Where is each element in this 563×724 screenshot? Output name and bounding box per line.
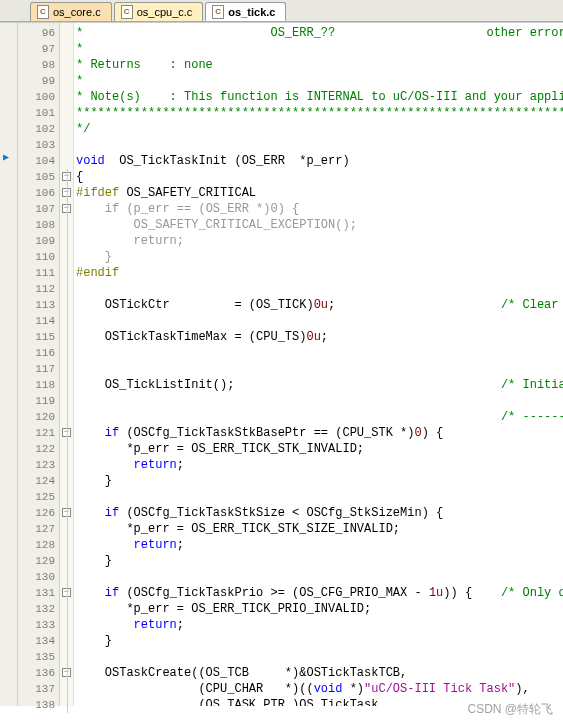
fold-empty	[60, 25, 73, 41]
fold-guide	[60, 377, 73, 393]
code-line[interactable]: * Note(s) : This function is INTERNAL to…	[76, 89, 563, 105]
code-line[interactable]	[76, 345, 563, 361]
code-line[interactable]: * Returns : none	[76, 57, 563, 73]
code-line[interactable]: OSTaskCreate((OS_TCB *)&OSTickTaskTCB,	[76, 665, 563, 681]
code-line[interactable]: if (OSCfg_TickTaskPrio >= (OS_CFG_PRIO_M…	[76, 585, 563, 601]
tab-os_core-c[interactable]: os_core.c	[30, 2, 112, 21]
code-line[interactable]: }	[76, 473, 563, 489]
line-number: 125	[18, 489, 55, 505]
code-line[interactable]: */	[76, 121, 563, 137]
code-line[interactable]: return;	[76, 537, 563, 553]
fold-guide	[60, 457, 73, 473]
code-line[interactable]	[76, 313, 563, 329]
line-number: 124	[18, 473, 55, 489]
line-number: 108	[18, 217, 55, 233]
code-line[interactable]: if (p_err == (OS_ERR *)0) {	[76, 201, 563, 217]
fold-toggle-icon[interactable]: −	[60, 585, 73, 601]
code-line[interactable]: void OS_TickTaskInit (OS_ERR *p_err)	[76, 153, 563, 169]
code-line[interactable]	[76, 361, 563, 377]
code-line[interactable]: }	[76, 249, 563, 265]
fold-empty	[60, 57, 73, 73]
fold-guide	[60, 265, 73, 281]
line-number: 132	[18, 601, 55, 617]
code-line[interactable]: OS_SAFETY_CRITICAL_EXCEPTION();	[76, 217, 563, 233]
code-line[interactable]: return;	[76, 617, 563, 633]
line-number: 129	[18, 553, 55, 569]
fold-empty	[60, 137, 73, 153]
code-line[interactable]: * OS_ERR_?? other error code	[76, 25, 563, 41]
code-line[interactable]: if (OSCfg_TickTaskStkSize < OSCfg_StkSiz…	[76, 505, 563, 521]
tab-os_tick-c[interactable]: os_tick.c	[205, 2, 286, 21]
breakpoint-marker-icon[interactable]: ▶	[3, 151, 20, 163]
line-number: 99	[18, 73, 55, 89]
code-line[interactable]: OSTickCtr = (OS_TICK)0u; /* Clear t	[76, 297, 563, 313]
fold-guide	[60, 697, 73, 713]
line-number: 121	[18, 425, 55, 441]
code-line[interactable]	[76, 137, 563, 153]
fold-guide	[60, 633, 73, 649]
fold-guide	[60, 521, 73, 537]
code-line[interactable]	[76, 281, 563, 297]
code-line[interactable]: *p_err = OS_ERR_TICK_STK_SIZE_INVALID;	[76, 521, 563, 537]
code-line[interactable]	[76, 649, 563, 665]
line-number: 110	[18, 249, 55, 265]
code-editor[interactable]: ▶ 96979899100101102103104105106107108109…	[0, 22, 563, 706]
code-line[interactable]: OSTickTaskTimeMax = (CPU_TS)0u;	[76, 329, 563, 345]
code-line[interactable]: /* -------	[76, 409, 563, 425]
line-number: 117	[18, 361, 55, 377]
code-line[interactable]: #endif	[76, 265, 563, 281]
code-line[interactable]: ****************************************…	[76, 105, 563, 121]
code-line[interactable]: *p_err = OS_ERR_TICK_STK_INVALID;	[76, 441, 563, 457]
line-number: 96	[18, 25, 55, 41]
fold-toggle-icon[interactable]: −	[60, 505, 73, 521]
line-number: 102	[18, 121, 55, 137]
fold-guide	[60, 393, 73, 409]
line-number: 135	[18, 649, 55, 665]
line-number: 127	[18, 521, 55, 537]
fold-toggle-icon[interactable]: −	[60, 425, 73, 441]
line-number: 97	[18, 41, 55, 57]
file-c-icon	[121, 5, 133, 19]
fold-empty	[60, 121, 73, 137]
fold-toggle-icon[interactable]: −	[60, 665, 73, 681]
line-number: 105	[18, 169, 55, 185]
breakpoint-margin[interactable]: ▶	[0, 23, 18, 706]
fold-guide	[60, 553, 73, 569]
code-line[interactable]: *	[76, 41, 563, 57]
code-line[interactable]: *p_err = OS_ERR_TICK_PRIO_INVALID;	[76, 601, 563, 617]
line-number-gutter: 9697989910010110210310410510610710810911…	[18, 23, 60, 706]
fold-toggle-icon[interactable]: −	[60, 185, 73, 201]
line-number: 115	[18, 329, 55, 345]
code-line[interactable]	[76, 393, 563, 409]
line-number: 107	[18, 201, 55, 217]
code-line[interactable]: {	[76, 169, 563, 185]
line-number: 116	[18, 345, 55, 361]
code-line[interactable]: #ifdef OS_SAFETY_CRITICAL	[76, 185, 563, 201]
tab-label: os_tick.c	[228, 6, 275, 18]
line-number: 130	[18, 569, 55, 585]
tab-bar: os_core.cos_cpu_c.cos_tick.c	[0, 0, 563, 22]
code-area[interactable]: * OS_ERR_?? other error code** Returns :…	[74, 23, 563, 706]
fold-guide	[60, 281, 73, 297]
fold-guide	[60, 409, 73, 425]
fold-toggle-icon[interactable]: −	[60, 201, 73, 217]
code-line[interactable]: OS_TickListInit(); /* Initial	[76, 377, 563, 393]
fold-guide	[60, 313, 73, 329]
code-line[interactable]	[76, 569, 563, 585]
code-line[interactable]: return;	[76, 233, 563, 249]
fold-guide	[60, 217, 73, 233]
code-line[interactable]: }	[76, 553, 563, 569]
code-line[interactable]	[76, 489, 563, 505]
line-number: 101	[18, 105, 55, 121]
code-line[interactable]: return;	[76, 457, 563, 473]
code-line[interactable]: if (OSCfg_TickTaskStkBasePtr == (CPU_STK…	[76, 425, 563, 441]
tab-os_cpu_c-c[interactable]: os_cpu_c.c	[114, 2, 204, 21]
line-number: 137	[18, 681, 55, 697]
fold-column[interactable]: −−−−−−−	[60, 23, 74, 706]
fold-guide	[60, 473, 73, 489]
code-line[interactable]: }	[76, 633, 563, 649]
fold-toggle-icon[interactable]: −	[60, 169, 73, 185]
code-line[interactable]: *	[76, 73, 563, 89]
code-line[interactable]: (CPU_CHAR *)((void *)"uC/OS-III Tick Tas…	[76, 681, 563, 697]
line-number: 100	[18, 89, 55, 105]
